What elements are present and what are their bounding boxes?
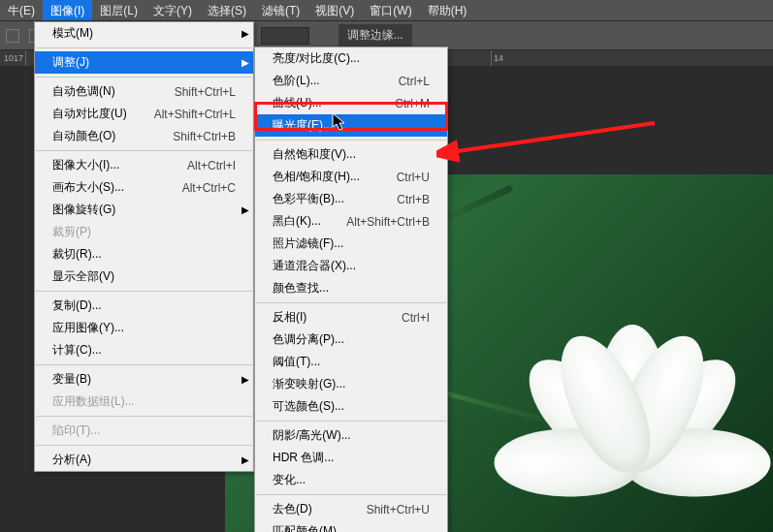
menu-item-label: 颜色查找... xyxy=(273,280,329,297)
image-menu-item[interactable]: 计算(C)... xyxy=(35,339,253,361)
menu-item-shortcut: Alt+Shift+Ctrl+B xyxy=(346,215,430,229)
menu-item-label: 自动颜色(O) xyxy=(52,128,115,144)
menu-separator xyxy=(36,416,252,417)
adjust-menu-item[interactable]: 变化... xyxy=(255,469,447,491)
menubar-item[interactable]: 牛(E) xyxy=(0,0,43,20)
adjust-menu-item[interactable]: 色阶(L)...Ctrl+L xyxy=(255,70,447,92)
adjust-menu-item[interactable]: 反相(I)Ctrl+I xyxy=(255,306,447,329)
menu-item-label: 阴影/高光(W)... xyxy=(273,427,351,444)
menu-item-label: 曲线(U)... xyxy=(273,95,322,111)
menu-separator xyxy=(36,150,252,151)
image-menu-item[interactable]: 分析(A)▶ xyxy=(35,449,253,471)
menu-item-label: 黑白(K)... xyxy=(273,213,321,230)
menubar-item[interactable]: 帮助(H) xyxy=(420,0,475,20)
menubar-item[interactable]: 图层(L) xyxy=(92,0,145,20)
menu-item-shortcut: Alt+Ctrl+C xyxy=(182,181,236,195)
menu-item-label: 图像旋转(G) xyxy=(52,202,115,218)
adjust-menu-item[interactable]: 可选颜色(S)... xyxy=(255,395,447,418)
height-input[interactable] xyxy=(261,27,309,45)
menu-item-label: 画布大小(S)... xyxy=(52,179,124,196)
menu-item-label: 变化... xyxy=(273,472,306,488)
menu-separator xyxy=(36,445,252,446)
chevron-right-icon: ▶ xyxy=(242,204,249,215)
menu-separator xyxy=(36,364,252,365)
image-content xyxy=(506,271,758,523)
adjust-menu-item[interactable]: 阈值(T)... xyxy=(255,351,447,373)
adjust-menu-item[interactable]: 色彩平衡(B)...Ctrl+B xyxy=(255,188,447,210)
adjust-menu-item[interactable]: HDR 色调... xyxy=(255,447,447,469)
tool-icon xyxy=(6,29,19,43)
image-menu-item[interactable]: 显示全部(V) xyxy=(35,266,253,288)
ruler-corner: 1017 xyxy=(0,50,25,66)
menu-item-shortcut: Ctrl+U xyxy=(397,171,430,184)
ruler-tick: 14 xyxy=(491,50,568,66)
menu-item-label: 图像大小(I)... xyxy=(52,157,119,173)
menubar-item[interactable]: 图像(I) xyxy=(43,0,92,20)
adjust-menu-item[interactable]: 通道混合器(X)... xyxy=(255,255,447,277)
image-menu-item[interactable]: 模式(M)▶ xyxy=(35,22,253,45)
menu-item-label: 照片滤镜(F)... xyxy=(273,235,343,252)
menu-item-label: 渐变映射(G)... xyxy=(273,376,345,392)
menubar: 牛(E)图像(I)图层(L)文字(Y)选择(S)滤镜(T)视图(V)窗口(W)帮… xyxy=(0,0,773,21)
adjust-menu-item[interactable]: 渐变映射(G)... xyxy=(255,373,447,395)
menu-item-shortcut: Ctrl+L xyxy=(399,75,430,88)
image-menu-item[interactable]: 自动对比度(U)Alt+Shift+Ctrl+L xyxy=(35,103,253,125)
menubar-item[interactable]: 滤镜(T) xyxy=(254,0,307,20)
menu-item-label: 色相/饱和度(H)... xyxy=(273,169,360,185)
menu-item-label: 匹配颜色(M)... xyxy=(273,523,346,532)
chevron-right-icon: ▶ xyxy=(242,28,249,39)
menu-item-shortcut: Shift+Ctrl+B xyxy=(173,130,236,143)
adjust-menu-item[interactable]: 自然饱和度(V)... xyxy=(255,143,447,166)
menu-item-label: 色阶(L)... xyxy=(273,73,320,89)
menu-item-shortcut: Ctrl+B xyxy=(397,193,430,206)
menubar-item[interactable]: 窗口(W) xyxy=(362,0,419,20)
menu-item-shortcut: Shift+Ctrl+L xyxy=(175,85,236,99)
adjust-menu-item[interactable]: 匹配颜色(M)... xyxy=(255,520,447,532)
adjust-menu-item[interactable]: 亮度/对比度(C)... xyxy=(255,47,447,70)
menu-separator xyxy=(36,77,252,78)
image-menu-item: 裁剪(P) xyxy=(35,221,253,243)
adjust-menu-item[interactable]: 照片滤镜(F)... xyxy=(255,233,447,255)
menu-separator xyxy=(36,291,252,292)
image-menu-item[interactable]: 变量(B)▶ xyxy=(35,368,253,391)
image-menu-item[interactable]: 自动颜色(O)Shift+Ctrl+B xyxy=(35,125,253,147)
menu-item-label: 亮度/对比度(C)... xyxy=(273,50,360,67)
menu-item-label: 裁剪(P) xyxy=(52,224,91,240)
adjust-edge-button[interactable]: 调整边缘... xyxy=(338,24,412,47)
adjust-menu-item[interactable]: 曲线(U)...Ctrl+M xyxy=(255,92,447,114)
image-menu-item[interactable]: 图像旋转(G)▶ xyxy=(35,199,253,221)
image-menu-item[interactable]: 画布大小(S)...Alt+Ctrl+C xyxy=(35,176,253,199)
menu-item-shortcut: Ctrl+M xyxy=(395,97,430,110)
adjust-menu-item[interactable]: 阴影/高光(W)... xyxy=(255,424,447,447)
adjust-menu-item[interactable]: 曝光度(E)... xyxy=(255,114,447,137)
menu-item-label: 色调分离(P)... xyxy=(273,331,344,348)
adjust-menu-item[interactable]: 颜色查找... xyxy=(255,277,447,299)
adjust-menu-item[interactable]: 黑白(K)...Alt+Shift+Ctrl+B xyxy=(255,210,447,233)
image-menu-dropdown: 模式(M)▶调整(J)▶自动色调(N)Shift+Ctrl+L自动对比度(U)A… xyxy=(34,21,254,472)
image-menu-item[interactable]: 调整(J)▶ xyxy=(35,51,253,74)
adjust-menu-item[interactable]: 色调分离(P)... xyxy=(255,329,447,351)
menu-item-label: 模式(M) xyxy=(52,25,93,42)
menu-item-label: 陷印(T)... xyxy=(52,422,100,439)
menubar-item[interactable]: 文字(Y) xyxy=(145,0,200,20)
adjust-menu-item[interactable]: 色相/饱和度(H)...Ctrl+U xyxy=(255,166,447,188)
menu-item-label: 自动对比度(U) xyxy=(52,106,127,122)
menubar-item[interactable]: 视图(V) xyxy=(307,0,362,20)
menubar-item[interactable]: 选择(S) xyxy=(200,0,254,20)
adjust-menu-item[interactable]: 去色(D)Shift+Ctrl+U xyxy=(255,498,447,520)
menu-item-label: 变量(B) xyxy=(52,371,91,388)
image-menu-item[interactable]: 复制(D)... xyxy=(35,295,253,317)
menu-item-label: 曝光度(E)... xyxy=(273,117,333,134)
image-menu-item[interactable]: 应用图像(Y)... xyxy=(35,317,253,339)
menu-separator xyxy=(256,302,446,303)
image-menu-item[interactable]: 裁切(R)... xyxy=(35,243,253,266)
menu-item-label: 反相(I) xyxy=(273,309,306,326)
image-menu-item[interactable]: 自动色调(N)Shift+Ctrl+L xyxy=(35,80,253,103)
menu-item-label: 应用图像(Y)... xyxy=(52,320,124,336)
menu-item-label: 调整(J) xyxy=(52,54,89,71)
menu-item-label: 去色(D) xyxy=(273,501,312,517)
menu-separator xyxy=(256,140,446,141)
image-menu-item[interactable]: 图像大小(I)...Alt+Ctrl+I xyxy=(35,154,253,176)
menu-item-shortcut: Shift+Ctrl+U xyxy=(367,503,430,516)
image-menu-item: 应用数据组(L)... xyxy=(35,391,253,413)
